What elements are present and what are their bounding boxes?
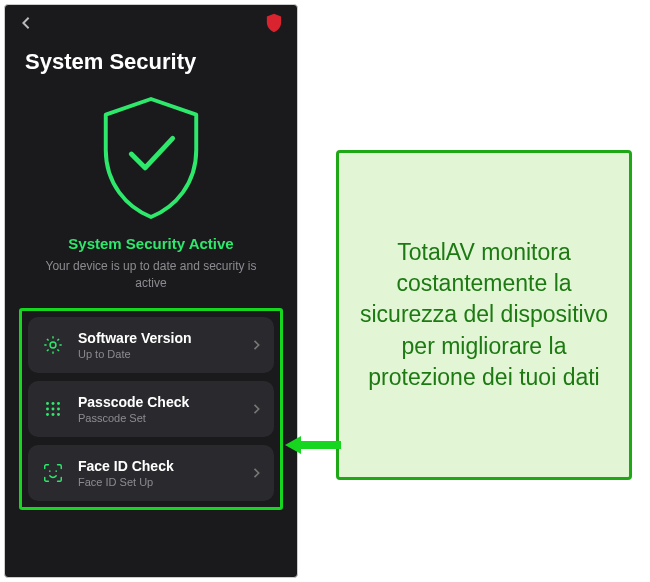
card-text: Software Version Up to Date	[78, 330, 240, 360]
shield-icon	[265, 13, 283, 33]
card-title: Face ID Check	[78, 458, 240, 474]
svg-point-11	[55, 470, 57, 472]
brand-logo	[265, 13, 283, 37]
back-button[interactable]	[19, 16, 33, 34]
card-subtitle: Face ID Set Up	[78, 476, 240, 488]
app-screen: System Security System Security Active Y…	[4, 4, 298, 578]
chevron-right-icon	[252, 340, 262, 350]
hero-section: System Security Active Your device is up…	[19, 93, 283, 292]
callout-text: TotalAV monitora costantemente la sicure…	[353, 237, 615, 392]
security-checks-list: Software Version Up to Date Passcode Che…	[19, 308, 283, 510]
svg-point-1	[46, 402, 49, 405]
svg-point-3	[57, 402, 60, 405]
status-title: System Security Active	[68, 235, 233, 252]
card-title: Software Version	[78, 330, 240, 346]
top-bar	[19, 13, 283, 37]
gear-icon	[40, 332, 66, 358]
shield-check-icon	[92, 93, 210, 221]
card-text: Passcode Check Passcode Set	[78, 394, 240, 424]
card-text: Face ID Check Face ID Set Up	[78, 458, 240, 488]
chevron-right-icon	[252, 468, 262, 478]
svg-point-4	[46, 407, 49, 410]
svg-point-0	[50, 342, 56, 348]
arrow-left-icon	[285, 435, 341, 455]
chevron-left-icon	[19, 16, 33, 30]
svg-point-8	[52, 413, 55, 416]
face-id-icon	[40, 460, 66, 486]
card-subtitle: Up to Date	[78, 348, 240, 360]
face-id-check-row[interactable]: Face ID Check Face ID Set Up	[28, 445, 274, 501]
svg-marker-12	[285, 436, 341, 454]
svg-point-9	[57, 413, 60, 416]
svg-point-7	[46, 413, 49, 416]
svg-point-10	[49, 470, 51, 472]
svg-point-2	[52, 402, 55, 405]
passcode-check-row[interactable]: Passcode Check Passcode Set	[28, 381, 274, 437]
status-subtitle: Your device is up to date and security i…	[41, 258, 261, 292]
card-subtitle: Passcode Set	[78, 412, 240, 424]
annotation-callout: TotalAV monitora costantemente la sicure…	[336, 150, 632, 480]
keypad-icon	[40, 396, 66, 422]
page-title: System Security	[25, 49, 283, 75]
chevron-right-icon	[252, 404, 262, 414]
svg-point-5	[52, 407, 55, 410]
card-title: Passcode Check	[78, 394, 240, 410]
software-version-row[interactable]: Software Version Up to Date	[28, 317, 274, 373]
svg-point-6	[57, 407, 60, 410]
